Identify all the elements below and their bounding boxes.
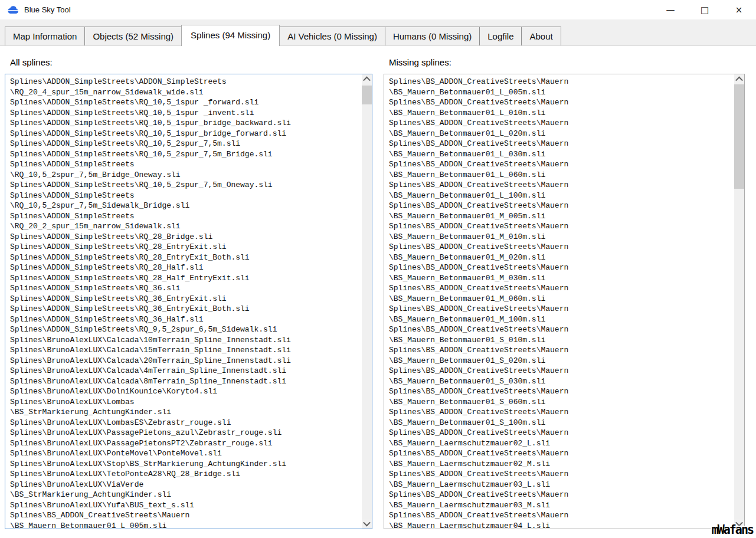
spline-path-line[interactable]: Splines\ADDON_SimpleStreets\RQ_28_EntryE… — [10, 252, 362, 263]
spline-path-line[interactable]: Splines\BS_ADDON_CreativeStreets\Mauern — [389, 159, 734, 170]
spline-path-line[interactable]: \BS_Mauern_Betonmauer01_M_005m.sli — [389, 211, 734, 222]
spline-path-line[interactable]: Splines\BS_ADDON_CreativeStreets\Mauern — [389, 221, 734, 232]
scroll-up-icon[interactable] — [734, 74, 744, 84]
spline-path-line[interactable]: Splines\BrunoAlexLUX\PassagePietonsPT2\Z… — [10, 438, 362, 449]
spline-path-line[interactable]: Splines\ADDON_SimpleStreets\RQ_10,5_1spu… — [10, 118, 362, 129]
spline-path-line[interactable]: Splines\ADDON_SimpleStreets\RQ_36_Half.s… — [10, 314, 362, 325]
tab-objects[interactable]: Objects (52 Missing) — [84, 27, 182, 45]
spline-path-line[interactable]: \BS_Mauern_Betonmauer01_M_100m.sli — [389, 314, 734, 325]
spline-path-line[interactable]: Splines\BS_ADDON_CreativeStreets\Mauern — [389, 77, 734, 87]
tab-splines[interactable]: Splines (94 Missing) — [181, 25, 280, 46]
spline-path-line[interactable]: Splines\ADDON_SimpleStreets\RQ_28_Bridge… — [10, 232, 362, 242]
spline-path-line[interactable]: Splines\ADDON_SimpleStreets\RQ_36_EntryE… — [10, 304, 362, 314]
tab-map-information[interactable]: Map Information — [5, 27, 85, 45]
spline-path-line[interactable]: Splines\ADDON_SimpleStreets\RQ_28_Half.s… — [10, 263, 362, 273]
spline-path-line[interactable]: Splines\BrunoAlexLUX\PonteMovel\PonteMov… — [10, 448, 362, 459]
spline-path-line[interactable]: Splines\BS_ADDON_CreativeStreets\Mauern — [389, 448, 734, 459]
missing-splines-scrollbar[interactable] — [734, 74, 744, 529]
spline-path-line[interactable]: \BS_Mauern_Betonmauer01_S_010m.sli — [389, 335, 734, 346]
spline-path-line[interactable]: Splines\BrunoAlexLUX\Calcada\4mTerrain_S… — [10, 366, 362, 376]
spline-path-line[interactable]: \BS_Mauern_Laermschutzmauer02_M.sli — [389, 459, 734, 470]
spline-path-line[interactable]: Splines\BrunoAlexLUX\Lombas — [10, 397, 362, 408]
spline-path-line[interactable]: Splines\BS_ADDON_CreativeStreets\Mauern — [389, 242, 734, 252]
spline-path-line[interactable]: Splines\BS_ADDON_CreativeStreets\Mauern — [389, 118, 734, 129]
spline-path-line[interactable]: Splines\BrunoAlexLUX\ViaVerde — [10, 480, 362, 490]
spline-path-line[interactable]: \BS_Mauern_Betonmauer01_L_100m.sli — [389, 191, 734, 201]
spline-path-line[interactable]: Splines\BS_ADDON_CreativeStreets\Mauern — [389, 201, 734, 211]
spline-path-line[interactable]: Splines\BS_ADDON_CreativeStreets\Mauern — [10, 510, 362, 521]
spline-path-line[interactable]: \RQ_20_4_spur_15m_narrow_Sidewalk_wide.s… — [10, 87, 362, 98]
spline-path-line[interactable]: Splines\BrunoAlexLUX\DolniKounice\Koryto… — [10, 386, 362, 397]
spline-path-line[interactable]: Splines\BS_ADDON_CreativeStreets\Mauern — [389, 304, 734, 314]
spline-path-line[interactable]: Splines\BS_ADDON_CreativeStreets\Mauern — [389, 324, 734, 335]
all-splines-scrollbar[interactable] — [362, 74, 372, 529]
spline-path-line[interactable]: \BS_Mauern_Laermschutzmauer03_M.sli — [389, 500, 734, 511]
spline-path-line[interactable]: \BS_Mauern_Betonmauer01_L_005m.sli — [389, 87, 734, 98]
spline-path-line[interactable]: Splines\BS_ADDON_CreativeStreets\Mauern — [389, 469, 734, 480]
spline-path-line[interactable]: \BS_Mauern_Laermschutzmauer02_L.sli — [389, 438, 734, 449]
window-button-minimize[interactable]: — — [653, 0, 688, 19]
spline-path-line[interactable]: Splines\BS_ADDON_CreativeStreets\Mauern — [389, 490, 734, 500]
spline-path-line[interactable]: \BS_Mauern_Betonmauer01_M_020m.sli — [389, 252, 734, 263]
spline-path-line[interactable]: Splines\BrunoAlexLUX\Calcada\15mTerrain_… — [10, 345, 362, 356]
spline-path-line[interactable]: \BS_Mauern_Betonmauer01_L_005m.sli — [10, 521, 362, 529]
spline-path-line[interactable]: Splines\BS_ADDON_CreativeStreets\Mauern — [389, 428, 734, 438]
tab-logfile[interactable]: Logfile — [479, 27, 522, 45]
spline-path-line[interactable]: \RQ_10,5_2spur_7,5m_Bridge_Oneway.sli — [10, 170, 362, 181]
spline-path-line[interactable]: \BS_Mauern_Betonmauer01_S_100m.sli — [389, 418, 734, 428]
spline-path-line[interactable]: Splines\ADDON_SimpleStreets\RQ_10,5_2spu… — [10, 139, 362, 149]
spline-path-line[interactable]: \BS_Mauern_Laermschutzmauer03_L.sli — [389, 480, 734, 490]
spline-path-line[interactable]: Splines\BS_ADDON_CreativeStreets\Mauern — [389, 97, 734, 108]
spline-path-line[interactable]: Splines\ADDON_SimpleStreets\RQ_10,5_2spu… — [10, 149, 362, 160]
spline-path-line[interactable]: Splines\BrunoAlexLUX\Stop\BS_StrMarkieru… — [10, 459, 362, 470]
spline-path-line[interactable]: Splines\BrunoAlexLUX\Calcada\20mTerrain_… — [10, 356, 362, 366]
spline-path-line[interactable]: Splines\ADDON_SimpleStreets — [10, 159, 362, 170]
spline-path-line[interactable]: \BS_Mauern_Betonmauer01_S_030m.sli — [389, 376, 734, 387]
spline-path-line[interactable]: Splines\ADDON_SimpleStreets — [10, 191, 362, 201]
spline-path-line[interactable]: \BS_Mauern_Betonmauer01_M_060m.sli — [389, 294, 734, 304]
spline-path-line[interactable]: \BS_Mauern_Betonmauer01_L_020m.sli — [389, 129, 734, 139]
spline-path-line[interactable]: Splines\ADDON_SimpleStreets\RQ_9,5_2spur… — [10, 324, 362, 335]
spline-path-line[interactable]: \BS_Mauern_Betonmauer01_S_020m.sli — [389, 356, 734, 366]
tab-ai-vehicles[interactable]: AI Vehicles (0 Missing) — [279, 27, 385, 45]
spline-path-line[interactable]: Splines\BS_ADDON_CreativeStreets\Mauern — [389, 407, 734, 418]
spline-path-line[interactable]: Splines\BrunoAlexLUX\LombasES\Zebrastr_r… — [10, 418, 362, 428]
spline-path-line[interactable]: Splines\BrunoAlexLUX\PassagePietons_azul… — [10, 428, 362, 438]
spline-path-line[interactable]: Splines\ADDON_SimpleStreets\RQ_36.sli — [10, 283, 362, 294]
spline-path-line[interactable]: Splines\BrunoAlexLUX\Calcada\8mTerrain_S… — [10, 376, 362, 387]
spline-path-line[interactable]: Splines\ADDON_SimpleStreets\RQ_28_EntryE… — [10, 242, 362, 252]
spline-path-line[interactable]: Splines\BS_ADDON_CreativeStreets\Mauern — [389, 139, 734, 149]
spline-path-line[interactable]: Splines\BrunoAlexLUX\TetoPonteA28\RQ_28_… — [10, 469, 362, 480]
spline-path-line[interactable]: \RQ_10,5_2spur_7,5m_Sidewalk_Bridge.sli — [10, 201, 362, 211]
window-button-maximize[interactable]: □ — [688, 0, 722, 19]
spline-path-line[interactable]: Splines\BS_ADDON_CreativeStreets\Mauern — [389, 180, 734, 191]
spline-path-line[interactable]: Splines\ADDON_SimpleStreets\RQ_10,5_1spu… — [10, 97, 362, 108]
spline-path-line[interactable]: \BS_StrMarkierung_AchtungKinder.sli — [10, 490, 362, 500]
scrollbar-thumb[interactable] — [734, 84, 744, 189]
spline-path-line[interactable]: Splines\BrunoAlexLUX\Calcada\10mTerrain_… — [10, 335, 362, 346]
missing-splines-listbox[interactable]: Splines\BS_ADDON_CreativeStreets\Mauern\… — [384, 74, 745, 529]
spline-path-line[interactable]: \BS_Mauern_Betonmauer01_L_060m.sli — [389, 170, 734, 181]
scroll-up-icon[interactable] — [362, 74, 372, 84]
scrollbar-thumb[interactable] — [362, 86, 372, 104]
spline-path-line[interactable]: Splines\ADDON_SimpleStreets\RQ_36_EntryE… — [10, 294, 362, 304]
spline-path-line[interactable]: Splines\BS_ADDON_CreativeStreets\Mauern — [389, 263, 734, 273]
all-splines-listbox[interactable]: Splines\ADDON_SimpleStreets\ADDON_Simple… — [5, 74, 372, 529]
spline-path-line[interactable]: Splines\BS_ADDON_CreativeStreets\Mauern — [389, 366, 734, 376]
spline-path-line[interactable]: Splines\ADDON_SimpleStreets — [10, 211, 362, 222]
spline-path-line[interactable]: Splines\ADDON_SimpleStreets\RQ_10,5_2spu… — [10, 180, 362, 191]
spline-path-line[interactable]: Splines\BS_ADDON_CreativeStreets\Mauern — [389, 345, 734, 356]
spline-path-line[interactable]: Splines\BS_ADDON_CreativeStreets\Mauern — [389, 283, 734, 294]
tab-humans[interactable]: Humans (0 Missing) — [385, 27, 480, 45]
spline-path-line[interactable]: Splines\ADDON_SimpleStreets\RQ_10,5_1spu… — [10, 129, 362, 139]
spline-path-line[interactable]: \BS_Mauern_Betonmauer01_S_060m.sli — [389, 397, 734, 408]
spline-path-line[interactable]: \BS_Mauern_Betonmauer01_M_030m.sli — [389, 273, 734, 284]
spline-path-line[interactable]: Splines\ADDON_SimpleStreets\RQ_10,5_1spu… — [10, 108, 362, 119]
scroll-down-icon[interactable] — [362, 519, 372, 529]
spline-path-line[interactable]: Splines\BrunoAlexLUX\Yufa\BUS_text_s.sli — [10, 500, 362, 511]
spline-path-line[interactable]: Splines\BS_ADDON_CreativeStreets\Mauern — [389, 510, 734, 521]
spline-path-line[interactable]: Splines\ADDON_SimpleStreets\RQ_28_Half_E… — [10, 273, 362, 284]
spline-path-line[interactable]: Splines\BS_ADDON_CreativeStreets\Mauern — [389, 386, 734, 397]
spline-path-line[interactable]: \BS_Mauern_Betonmauer01_M_010m.sli — [389, 232, 734, 242]
spline-path-line[interactable]: \BS_Mauern_Laermschutzmauer04_L.sli — [389, 521, 734, 529]
